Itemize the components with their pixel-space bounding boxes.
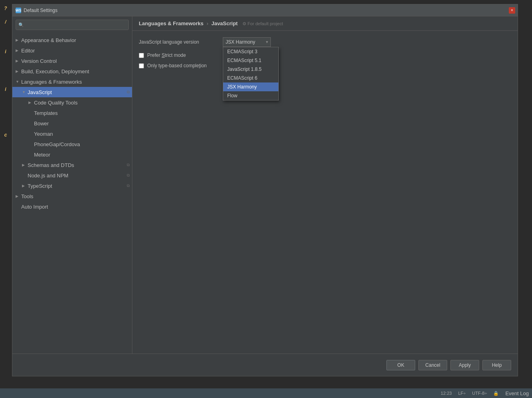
breadcrumb-languages: Languages & Frameworks	[139, 20, 204, 26]
dialog-body: 🔍 ▶ Appearance & Behavior ▶ Editor ▶ Ver…	[12, 16, 518, 354]
settings-content-panel: Languages & Frameworks › JavaScript ⚙ Fo…	[132, 16, 518, 354]
search-icon: 🔍	[18, 22, 24, 28]
js-version-row: JavaScript language version JSX Harmony …	[139, 37, 511, 47]
arrow-icon: ▶	[16, 38, 21, 42]
for-default-label: ⚙ For default project	[242, 21, 283, 26]
sidebar-item-label: Editor	[21, 48, 35, 54]
option-ecmascript6[interactable]: ECMAScript 6	[223, 74, 278, 82]
event-log[interactable]: Event Log	[505, 390, 529, 396]
copy-icon: ⧉	[127, 183, 130, 188]
dialog-title: Default Settings	[24, 8, 58, 13]
arrow-icon: ▶	[16, 59, 21, 63]
dialog-titlebar: WS Default Settings ×	[12, 4, 518, 16]
cancel-button[interactable]: Cancel	[418, 360, 447, 370]
sidebar-item-templates[interactable]: ▶ Templates	[12, 108, 132, 118]
option-label: JavaScript 1.8.5	[227, 66, 262, 72]
option-jsx-harmony[interactable]: JSX Harmony	[223, 82, 278, 91]
dialog-icon: WS	[16, 8, 21, 13]
dropdown-selected-value: JSX Harmony	[226, 39, 255, 45]
sidebar-item-nodejs-npm[interactable]: ▶ Node.js and NPM ⧉	[12, 170, 132, 181]
status-lf: LF÷	[458, 391, 466, 396]
arrow-icon: ▶	[28, 101, 34, 105]
option-label: Flow	[227, 93, 237, 98]
sidebar-item-label: Tools	[21, 193, 33, 199]
sidebar-item-label: Build, Execution, Deployment	[21, 68, 89, 74]
breadcrumb-separator: ›	[206, 20, 208, 26]
editor-icon-i1: i	[5, 49, 6, 54]
status-time: 12:23	[441, 391, 452, 396]
option-ecmascript51[interactable]: ECMAScript 5.1	[223, 56, 278, 65]
sidebar-item-languages-frameworks[interactable]: ▼ Languages & Frameworks	[12, 76, 132, 87]
only-type-checkbox[interactable]	[139, 63, 144, 68]
status-bar: 12:23 LF÷ UTF-8÷ 🔒 Event Log	[0, 388, 532, 398]
search-input[interactable]	[26, 22, 126, 28]
status-encoding: UTF-8÷	[472, 391, 487, 396]
ok-button[interactable]: OK	[386, 360, 415, 370]
arrow-icon: ▶	[16, 48, 21, 52]
editor-icon-brace: c	[4, 132, 7, 138]
apply-button[interactable]: Apply	[450, 360, 479, 370]
sidebar-item-tools[interactable]: ▶ Tools	[12, 191, 132, 201]
sidebar-item-label: Appearance & Behavior	[21, 37, 76, 43]
settings-tree-panel: 🔍 ▶ Appearance & Behavior ▶ Editor ▶ Ver…	[12, 16, 132, 354]
js-version-dropdown[interactable]: JSX Harmony ▼	[223, 37, 271, 47]
sidebar-item-label: Node.js and NPM	[28, 173, 68, 179]
option-ecmascript3[interactable]: ECMAScript 3	[223, 47, 278, 56]
breadcrumb-javascript: JavaScript	[211, 20, 238, 26]
sidebar-item-build-execution[interactable]: ▶ Build, Execution, Deployment	[12, 66, 132, 76]
sidebar-item-label: Templates	[34, 110, 58, 116]
settings-content: JavaScript language version JSX Harmony …	[132, 31, 518, 354]
sidebar-item-label: Auto Import	[21, 204, 48, 210]
sidebar-item-meteor[interactable]: ▶ Meteor	[12, 149, 132, 160]
option-javascript185[interactable]: JavaScript 1.8.5	[223, 65, 278, 74]
arrow-icon: ▼	[16, 80, 21, 84]
option-label: ECMAScript 6	[227, 75, 257, 81]
option-label: ECMAScript 3	[227, 49, 257, 54]
prefer-strict-row: Prefer Strict mode	[139, 52, 511, 58]
sidebar-item-label: Bower	[34, 121, 49, 127]
dialog-close-button[interactable]: ×	[509, 7, 515, 14]
sidebar-item-version-control[interactable]: ▶ Version Control	[12, 56, 132, 66]
sidebar-item-label: Code Quality Tools	[34, 100, 78, 106]
default-settings-dialog: WS Default Settings × 🔍 ▶ Appearance & B…	[12, 4, 518, 376]
arrow-icon: ▶	[16, 69, 21, 73]
sidebar-item-appearance[interactable]: ▶ Appearance & Behavior	[12, 35, 132, 45]
sidebar-item-label: Meteor	[34, 152, 50, 158]
arrow-icon: ▶	[22, 163, 28, 167]
sidebar-item-label: JavaScript	[28, 89, 52, 95]
sidebar-item-yeoman[interactable]: ▶ Yeoman	[12, 129, 132, 139]
sidebar-item-auto-import[interactable]: ▶ Auto Import	[12, 201, 132, 212]
search-box[interactable]: 🔍	[16, 20, 129, 30]
prefer-strict-label: Prefer Strict mode	[147, 52, 186, 58]
editor-icon-slash: /	[5, 19, 6, 25]
editor-sidebar: ? / i i c	[0, 4, 11, 376]
sidebar-item-typescript[interactable]: ▶ TypeScript ⧉	[12, 181, 132, 191]
sidebar-item-label: Yeoman	[34, 131, 53, 137]
arrow-icon: ▼	[22, 90, 28, 94]
arrow-icon: ▶	[22, 184, 28, 188]
dropdown-arrow-icon: ▼	[265, 40, 269, 44]
option-flow[interactable]: Flow	[223, 91, 278, 100]
editor-icon-question: ?	[4, 6, 7, 11]
sidebar-item-label: TypeScript	[28, 183, 52, 189]
sidebar-item-code-quality-tools[interactable]: ▶ Code Quality Tools	[12, 97, 132, 108]
help-button[interactable]: Help	[482, 360, 511, 370]
sidebar-item-label: Languages & Frameworks	[21, 79, 82, 85]
option-label: JSX Harmony	[227, 84, 257, 90]
sidebar-item-label: Schemas and DTDs	[28, 162, 74, 168]
option-label: ECMAScript 5.1	[227, 58, 261, 63]
sidebar-item-label: PhoneGap/Cordova	[34, 141, 80, 147]
js-version-dropdown-container: JSX Harmony ▼ ECMAScript 3 ECMAScript 5.…	[223, 37, 271, 47]
sidebar-item-editor[interactable]: ▶ Editor	[12, 45, 132, 56]
prefer-strict-checkbox[interactable]	[139, 53, 144, 58]
js-version-dropdown-menu: ECMAScript 3 ECMAScript 5.1 JavaScript 1…	[223, 47, 279, 101]
sidebar-item-schemas-dtds[interactable]: ▶ Schemas and DTDs ⧉	[12, 160, 132, 170]
sidebar-item-javascript[interactable]: ▼ JavaScript ⧉	[12, 87, 132, 97]
copy-icon: ⧉	[127, 90, 130, 94]
editor-icon-i2: i	[5, 86, 6, 92]
sidebar-item-bower[interactable]: ▶ Bower	[12, 118, 132, 129]
status-lock-icon: 🔒	[493, 391, 499, 396]
copy-icon: ⧉	[127, 173, 130, 178]
sidebar-item-phonegap-cordova[interactable]: ▶ PhoneGap/Cordova	[12, 139, 132, 149]
copy-icon: ⧉	[127, 163, 130, 167]
